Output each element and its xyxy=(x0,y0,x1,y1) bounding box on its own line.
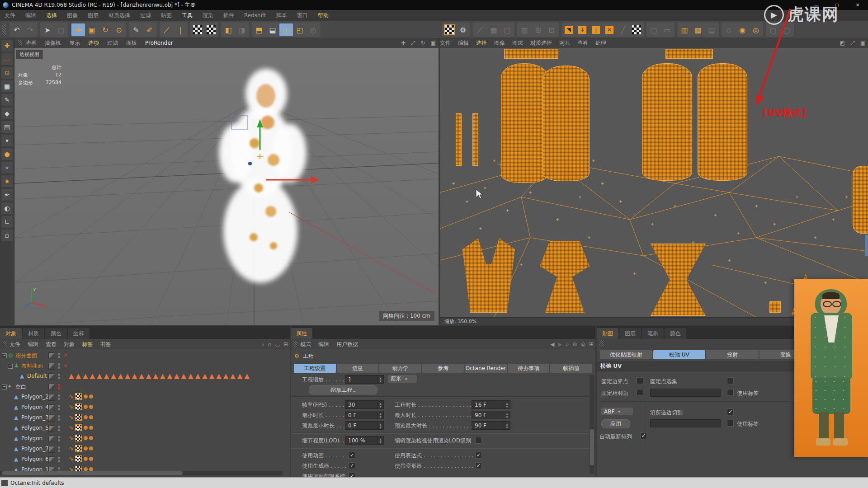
uvw-tag-icon[interactable] xyxy=(75,404,81,410)
om-menu-查看[interactable]: 查看 xyxy=(46,341,57,348)
uv-section-投射[interactable]: 投射 xyxy=(706,350,759,359)
layer-toggle[interactable] xyxy=(48,394,55,401)
pal-sphere-icon[interactable]: ● xyxy=(1,148,13,160)
pal-half-icon[interactable]: ◐ xyxy=(1,202,13,214)
use-animation-checkbox[interactable]: ✓ xyxy=(349,452,355,459)
tree-row-布料曲面[interactable]: −♟布料曲面✕ xyxy=(0,361,290,371)
uvtools-tab-贴图[interactable]: 贴图 xyxy=(597,328,618,339)
use-tag2-checkbox[interactable] xyxy=(727,420,734,427)
menu-贴图[interactable]: 贴图 xyxy=(161,12,172,19)
algorithm-combo[interactable]: ABF▾ xyxy=(601,408,633,415)
pal-knife-icon[interactable]: ✎ xyxy=(1,94,13,106)
light-cube-icon[interactable]: ◰ xyxy=(293,23,307,36)
uv-pair1-icon[interactable]: ▢ xyxy=(647,23,660,36)
prop-back-icon[interactable]: ◀ xyxy=(550,341,554,347)
prop-target-icon[interactable]: ◎ xyxy=(580,341,585,347)
cut-edges-checkbox[interactable]: ✓ xyxy=(727,408,734,415)
uv-island[interactable] xyxy=(456,113,462,166)
prop-tab-待办事项[interactable]: 待办事项 xyxy=(508,364,550,373)
prop-tab-Octane Render[interactable]: Octane Render xyxy=(465,364,507,373)
axis-gizmo[interactable] xyxy=(14,48,439,325)
maximize-view-icon[interactable]: ▣ xyxy=(431,40,436,46)
uv-transform1-icon[interactable]: ◇ xyxy=(722,23,736,36)
min-time-input[interactable]: 0 F▲▼ xyxy=(345,411,384,419)
selection-tag-icon[interactable] xyxy=(89,436,93,440)
uv-menu-选择[interactable]: 选择 xyxy=(476,39,487,47)
preview-max-input[interactable]: 90 F▲▼ xyxy=(472,421,510,430)
uv-table3-icon[interactable]: ▤ xyxy=(705,23,718,36)
om-menu-书签[interactable]: 书签 xyxy=(100,341,111,348)
expander-icon[interactable]: − xyxy=(8,364,13,369)
pin-neighbor-checkbox[interactable] xyxy=(637,389,643,396)
spinner-arrows-icon[interactable]: ▲▼ xyxy=(504,411,510,419)
uv-cross-select-icon[interactable]: ✕ xyxy=(603,23,616,36)
selection-tag-icon[interactable] xyxy=(89,446,93,450)
viewport-menu-摄像机[interactable]: 摄像机 xyxy=(45,39,61,47)
phong-tag-icon[interactable]: ∿ xyxy=(69,435,74,441)
tree-row-Polygon_2[interactable]: ▲Polygon_2∿ xyxy=(0,392,290,402)
menu-帮助[interactable]: 帮助 xyxy=(318,12,329,19)
use-deformers-checkbox[interactable]: ✓ xyxy=(475,462,482,469)
prop-tab-工程设置[interactable]: 工程设置 xyxy=(294,364,336,373)
uvtools-tab-笔刷[interactable]: 笔刷 xyxy=(642,328,664,339)
render-view-icon[interactable] xyxy=(191,23,204,36)
tree-row-Polygon_5[interactable]: ▲Polygon_5∿ xyxy=(0,423,290,433)
uv-edge-select-icon[interactable]: ↓ xyxy=(576,23,589,36)
uv-table1-icon[interactable]: ▥ xyxy=(678,23,691,36)
menu-选择[interactable]: 选择 xyxy=(46,12,57,19)
uv-zoom-icon[interactable]: ⤢ xyxy=(850,40,855,46)
prop-search-icon[interactable]: ⌕ xyxy=(566,341,569,347)
selection-tag-icon[interactable] xyxy=(84,457,88,461)
uv-section-松弛 UV[interactable]: 松弛 UV xyxy=(653,350,706,359)
om-menu-对象[interactable]: 对象 xyxy=(64,341,75,348)
visibility-dots[interactable] xyxy=(58,352,60,359)
selection-tag-icon[interactable] xyxy=(84,394,88,399)
pal-star-icon[interactable]: ★ xyxy=(1,175,13,187)
om-eye-icon[interactable]: ◡ xyxy=(275,341,279,347)
menu-图像[interactable]: 图像 xyxy=(67,12,78,19)
om-home-icon[interactable]: ⌂ xyxy=(268,341,272,347)
auto-realign-checkbox[interactable]: ✓ xyxy=(640,432,647,439)
phong-tag-icon[interactable]: ∿ xyxy=(69,393,74,400)
uv-island[interactable] xyxy=(472,113,478,166)
pal-pin-icon[interactable]: ⌖ xyxy=(1,162,13,174)
visibility-dots[interactable] xyxy=(58,363,60,369)
tree-row-细分曲面[interactable]: −◍细分曲面✕ xyxy=(0,350,290,361)
om-search-icon[interactable]: ⌕ xyxy=(261,341,264,347)
selection-tag-icon[interactable] xyxy=(84,446,88,450)
uv-island[interactable] xyxy=(853,166,868,234)
prop-lock-icon[interactable]: ⊙ xyxy=(572,341,577,347)
selection-tag-icon[interactable] xyxy=(84,436,88,440)
selection-tag-icon[interactable] xyxy=(84,415,88,419)
uv-menu-图层[interactable]: 图层 xyxy=(512,39,523,47)
prop-menu-模式[interactable]: 模式 xyxy=(300,341,311,348)
move-icon[interactable]: ✚ xyxy=(71,23,85,36)
project-length-input[interactable]: 16 F▲▼ xyxy=(472,400,510,409)
layer-toggle[interactable] xyxy=(48,436,55,442)
tree-row-Polygon_6[interactable]: ▲Polygon_6∿ xyxy=(0,454,290,465)
disabled-x-icon[interactable]: ✕ xyxy=(63,352,68,358)
tab-attributes[interactable]: 属性 xyxy=(291,328,312,339)
coord-lock-icon[interactable]: ⊙ xyxy=(112,23,126,36)
om-tab-材质[interactable]: 材质 xyxy=(23,328,44,339)
uv-menu-材质选择[interactable]: 材质选择 xyxy=(530,39,552,47)
close-button[interactable]: ✕ xyxy=(847,0,868,10)
uv-grid-icon[interactable]: ▩ xyxy=(487,23,500,36)
pin-border-checkbox[interactable] xyxy=(637,377,643,384)
uv-island-vase[interactable] xyxy=(642,63,692,181)
uv-cube-icon[interactable]: ⬓ xyxy=(266,23,279,36)
uv-menu-图像[interactable]: 图像 xyxy=(494,39,505,47)
uv-hatch-icon[interactable]: ▨ xyxy=(518,23,531,36)
prop-tab-信息[interactable]: 信息 xyxy=(337,364,379,373)
uvtools-tab-颜色[interactable]: 颜色 xyxy=(665,328,686,339)
uv-section-优化贴图映射[interactable]: 优化贴图映射 xyxy=(600,350,652,359)
uvw-tag-icon[interactable] xyxy=(75,446,81,451)
phong-tag-icon[interactable]: ∿ xyxy=(69,414,74,421)
viewport-menu-查看[interactable]: 查看 xyxy=(26,39,37,47)
redo-icon[interactable]: ↷ xyxy=(24,23,37,36)
texture-icon[interactable]: ◨ xyxy=(235,23,249,36)
uv-island[interactable] xyxy=(665,49,713,59)
menu-渲染[interactable]: 渲染 xyxy=(203,12,213,19)
uv-island-vase[interactable] xyxy=(542,66,590,181)
uv-island-vase[interactable] xyxy=(698,63,747,181)
